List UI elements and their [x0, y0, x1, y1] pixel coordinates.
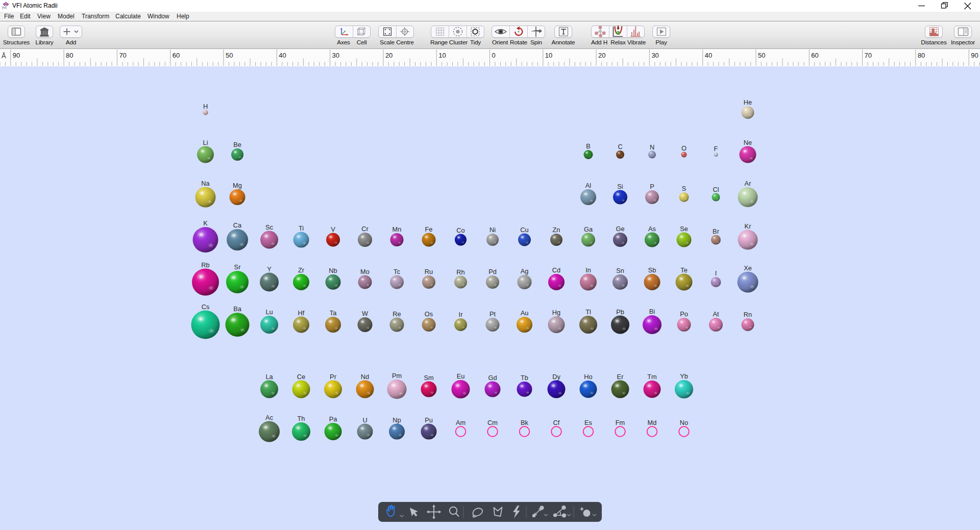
- svg-text:S: S: [682, 185, 687, 192]
- svg-text:Es: Es: [584, 419, 592, 426]
- svg-text:Sn: Sn: [616, 267, 624, 274]
- svg-text:Dy: Dy: [552, 373, 560, 381]
- svg-text:20: 20: [385, 52, 393, 59]
- svg-text:Ba: Ba: [233, 305, 242, 313]
- svg-text:P: P: [650, 183, 654, 190]
- svg-text:Cf: Cf: [553, 419, 560, 426]
- svg-text:Sc: Sc: [265, 223, 274, 231]
- svg-text:Rb: Rb: [201, 261, 209, 269]
- svg-text:Pm: Pm: [392, 372, 402, 380]
- svg-text:50: 50: [758, 52, 765, 59]
- svg-text:80: 80: [918, 52, 925, 59]
- svg-text:Ta: Ta: [330, 309, 337, 317]
- svg-text:60: 60: [173, 52, 180, 59]
- svg-text:Si: Si: [617, 183, 623, 190]
- svg-text:Fm: Fm: [616, 419, 625, 426]
- svg-text:Ho: Ho: [584, 373, 592, 381]
- svg-text:Eu: Eu: [457, 372, 465, 380]
- svg-text:Mn: Mn: [393, 225, 402, 233]
- svg-text:Bi: Bi: [649, 308, 655, 315]
- svg-text:Ce: Ce: [297, 373, 305, 381]
- svg-text:Ni: Ni: [489, 226, 496, 234]
- svg-text:Rh: Rh: [456, 268, 464, 276]
- svg-text:Be: Be: [233, 141, 241, 148]
- svg-text:Er: Er: [617, 373, 624, 381]
- svg-text:40: 40: [279, 52, 286, 59]
- svg-text:Kr: Kr: [745, 222, 752, 230]
- svg-text:Sb: Sb: [648, 266, 656, 274]
- svg-text:Ag: Ag: [521, 267, 529, 275]
- svg-text:F: F: [714, 145, 718, 153]
- svg-text:Ru: Ru: [425, 268, 433, 275]
- svg-text:Ar: Ar: [745, 180, 752, 187]
- svg-text:Å: Å: [2, 52, 6, 60]
- svg-text:Mg: Mg: [233, 182, 242, 189]
- svg-text:Se: Se: [680, 225, 688, 233]
- svg-text:Na: Na: [201, 180, 210, 187]
- svg-text:Sr: Sr: [234, 263, 241, 271]
- svg-text:10: 10: [545, 52, 552, 59]
- svg-text:Ge: Ge: [616, 225, 624, 233]
- svg-text:Nd: Nd: [361, 373, 369, 381]
- svg-text:Al: Al: [585, 182, 591, 189]
- svg-text:B: B: [586, 142, 591, 150]
- svg-text:Ca: Ca: [233, 221, 242, 229]
- svg-text:In: In: [585, 266, 591, 274]
- svg-text:As: As: [648, 225, 656, 233]
- svg-text:K: K: [203, 219, 208, 227]
- svg-text:Cs: Cs: [202, 303, 210, 311]
- svg-text:0: 0: [492, 52, 496, 59]
- svg-text:Cl: Cl: [713, 186, 719, 193]
- svg-text:Sm: Sm: [424, 374, 433, 382]
- svg-text:60: 60: [811, 52, 818, 59]
- svg-text:Pb: Pb: [616, 308, 624, 316]
- svg-text:Hg: Hg: [552, 309, 560, 316]
- svg-text:Gd: Gd: [488, 374, 497, 382]
- svg-text:U: U: [362, 416, 367, 424]
- svg-text:50: 50: [226, 52, 233, 59]
- svg-text:Pr: Pr: [330, 373, 337, 381]
- svg-text:Cm: Cm: [487, 419, 498, 426]
- svg-text:Fe: Fe: [425, 225, 433, 233]
- svg-text:W: W: [362, 310, 369, 317]
- svg-text:Cd: Cd: [552, 266, 560, 274]
- svg-text:Cr: Cr: [361, 225, 369, 233]
- svg-text:Pt: Pt: [489, 310, 496, 318]
- svg-text:C: C: [618, 143, 622, 150]
- svg-text:Th: Th: [298, 415, 305, 422]
- svg-text:Ac: Ac: [265, 414, 274, 421]
- svg-text:Hf: Hf: [298, 309, 305, 317]
- svg-text:70: 70: [865, 52, 872, 59]
- svg-text:Bk: Bk: [521, 419, 529, 426]
- svg-text:N: N: [650, 143, 654, 151]
- svg-text:70: 70: [119, 52, 126, 59]
- svg-text:Tm: Tm: [647, 373, 656, 381]
- svg-text:He: He: [744, 98, 752, 106]
- svg-text:90: 90: [13, 52, 20, 59]
- svg-text:Am: Am: [456, 419, 465, 426]
- svg-text:Lu: Lu: [265, 308, 273, 316]
- svg-text:Mo: Mo: [360, 268, 370, 275]
- svg-text:Ti: Ti: [299, 224, 304, 232]
- svg-text:10: 10: [438, 52, 446, 59]
- svg-text:Nb: Nb: [329, 267, 337, 274]
- svg-text:Br: Br: [713, 228, 720, 235]
- svg-text:Tc: Tc: [394, 268, 400, 275]
- svg-text:Ga: Ga: [584, 225, 593, 233]
- svg-text:Co: Co: [456, 226, 464, 234]
- svg-text:Np: Np: [393, 416, 401, 424]
- svg-text:Li: Li: [203, 139, 208, 146]
- svg-text:Au: Au: [521, 309, 529, 317]
- svg-text:Md: Md: [648, 419, 657, 426]
- svg-text:At: At: [713, 310, 719, 318]
- svg-text:Pu: Pu: [425, 416, 433, 424]
- svg-text:Tb: Tb: [521, 374, 528, 382]
- svg-text:Pa: Pa: [329, 415, 338, 423]
- svg-text:V: V: [331, 225, 335, 233]
- svg-text:Po: Po: [680, 310, 688, 318]
- svg-text:La: La: [265, 373, 273, 381]
- svg-text:I: I: [715, 269, 717, 277]
- svg-text:Cu: Cu: [520, 226, 528, 234]
- svg-text:20: 20: [598, 52, 605, 59]
- svg-text:80: 80: [66, 52, 73, 59]
